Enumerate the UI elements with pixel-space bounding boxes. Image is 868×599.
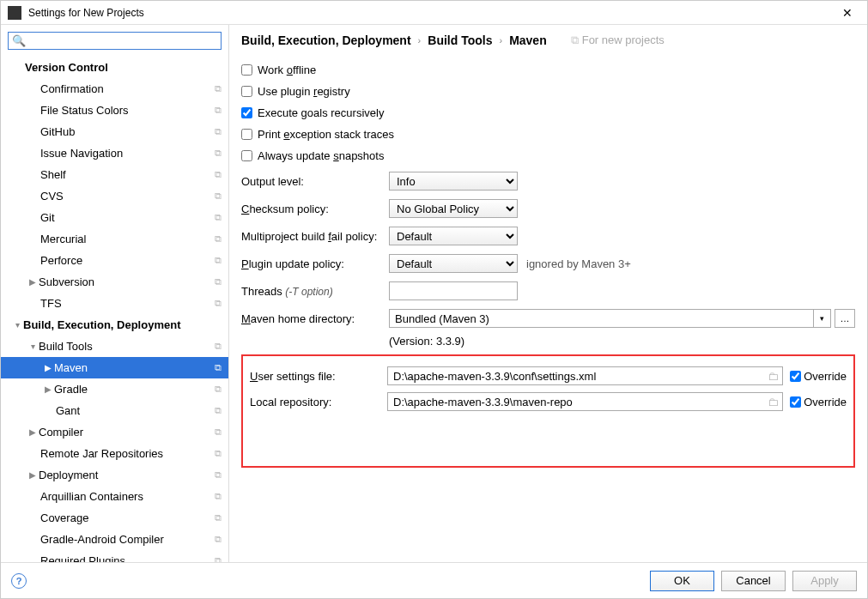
check-plugin-registry-row: Use plugin registry [241,81,855,102]
check-override-local-repo[interactable] [790,396,801,408]
tree-issue-navigation[interactable]: Issue Navigation⧉ [1,142,228,164]
tree-build-execution-deployment[interactable]: ▾Build, Execution, Deployment [1,314,228,336]
label-multiproject: Multiproject build fail policy: [241,230,389,243]
label-user-settings: User settings file: [250,370,387,383]
check-override-user-settings[interactable] [790,371,801,382]
label-checksum-policy: Checksum policy: [241,203,389,215]
chevron-right-icon: ▶ [42,363,54,372]
select-multiproject[interactable]: Default [389,227,518,245]
check-plugin-registry[interactable] [241,86,252,97]
tree-build-tools[interactable]: ▾Build Tools⧉ [1,336,228,357]
folder-icon[interactable]: 🗀 [768,370,779,383]
tree-deployment[interactable]: ▶Deployment⧉ [1,464,228,486]
select-checksum-policy[interactable]: No Global Policy [389,199,518,218]
tree-github[interactable]: GitHub⧉ [1,121,228,142]
tree-remote-jar[interactable]: Remote Jar Repositories⧉ [1,443,228,464]
label-plugin-registry: Use plugin registry [258,85,350,98]
copy-icon: ⧉ [215,448,222,459]
check-work-offline-row: Work offline [241,59,855,81]
crumb-maven: Maven [509,33,547,47]
tree-gradle[interactable]: ▶Gradle⧉ [1,378,228,400]
search-input[interactable] [29,34,217,47]
tree-coverage[interactable]: Coverage⧉ [1,507,228,529]
row-multiproject: Multiproject build fail policy: Default [241,223,855,249]
apply-button[interactable]: Apply [792,571,857,591]
check-override-local-repo-label: Override [790,396,847,408]
check-always-update-row: Always update snapshots [241,145,855,166]
check-print-exception[interactable] [241,129,252,140]
tree-compiler[interactable]: ▶Compiler⧉ [1,421,228,443]
select-plugin-update[interactable]: Default [389,254,518,273]
content: 🔍 Version Control Confirmation⧉ File Sta… [1,25,867,562]
tree-arquillian[interactable]: Arquillian Containers⧉ [1,486,228,507]
input-threads[interactable] [389,281,518,300]
ok-button[interactable]: OK [650,571,714,591]
label-maven-home: Maven home directory: [241,312,389,325]
search-icon: 🔍 [12,34,26,47]
select-output-level[interactable]: Info [389,172,518,191]
label-print-exception: Print exception stack traces [258,128,394,141]
for-new-projects-hint: ⧉For new projects [571,33,665,47]
chevron-down-icon[interactable]: ▾ [814,309,831,328]
label-work-offline: Work offline [258,64,316,76]
search-wrap: 🔍 [1,25,228,57]
copy-icon: ⧉ [215,126,222,137]
chevron-right-icon: ▶ [42,384,54,394]
folder-icon[interactable]: 🗀 [768,396,779,408]
app-icon [8,6,21,20]
check-work-offline[interactable] [241,64,252,76]
chevron-down-icon: ▾ [27,342,39,351]
chevron-right-icon: ▶ [27,277,39,287]
label-always-update: Always update snapshots [258,149,384,162]
tree-gradle-android[interactable]: Gradle-Android Compiler⧉ [1,529,228,550]
copy-icon: ⧉ [215,169,222,180]
copy-icon: ⧉ [215,255,222,266]
combo-maven-home[interactable]: Bundled (Maven 3) [389,309,814,328]
copy-icon: ⧉ [215,555,222,562]
copy-icon: ⧉ [215,212,222,223]
tree-git[interactable]: Git⧉ [1,207,228,228]
window-title: Settings for New Projects [28,7,835,19]
tree-confirmation[interactable]: Confirmation⧉ [1,78,228,100]
copy-icon: ⧉ [215,384,222,395]
chevron-right-icon: › [499,35,502,45]
check-print-exception-row: Print exception stack traces [241,124,855,145]
tree-version-control[interactable]: Version Control [1,57,228,78]
chevron-right-icon: › [418,35,422,45]
check-execute-goals[interactable] [241,107,252,118]
input-user-settings[interactable]: D:\apache-maven-3.3.9\conf\settings.xml … [387,366,783,385]
tree-subversion[interactable]: ▶Subversion⧉ [1,271,228,293]
help-icon[interactable]: ? [11,573,27,589]
tree-file-status-colors[interactable]: File Status Colors⧉ [1,100,228,121]
copy-icon: ⧉ [215,405,222,416]
copy-icon: ⧉ [215,191,222,202]
tree-mercurial[interactable]: Mercurial⧉ [1,228,228,250]
tree-gant[interactable]: Gant⧉ [1,400,228,421]
copy-icon: ⧉ [215,362,222,373]
cancel-button[interactable]: Cancel [721,571,786,591]
tree-cvs[interactable]: CVS⧉ [1,185,228,207]
input-local-repo[interactable]: D:\apache-maven-3.3.9\maven-repo 🗀 [387,392,783,411]
close-icon[interactable]: ✕ [835,6,860,20]
check-always-update[interactable] [241,150,252,161]
chevron-right-icon: ▶ [27,427,39,437]
search-box[interactable]: 🔍 [8,32,222,50]
row-maven-home: Maven home directory: Bundled (Maven 3) … [241,306,855,331]
chevron-right-icon: ▶ [27,470,39,480]
tree-shelf[interactable]: Shelf⧉ [1,164,228,185]
row-threads: Threads (-T option) [241,278,855,304]
row-checksum-policy: Checksum policy: No Global Policy [241,196,855,221]
row-local-repo: Local repository: D:\apache-maven-3.3.9\… [250,389,847,414]
tree-tfs[interactable]: TFS⧉ [1,293,228,314]
copy-icon: ⧉ [571,33,579,46]
copy-icon: ⧉ [215,469,222,481]
crumb-bed: Build, Execution, Deployment [241,33,411,47]
title-bar: Settings for New Projects ✕ [1,1,867,25]
browse-maven-home-button[interactable]: … [835,309,855,328]
tree-maven[interactable]: ▶Maven⧉ [1,357,228,378]
tree-required-plugins[interactable]: Required Plugins⧉ [1,550,228,562]
tree-perforce[interactable]: Perforce⧉ [1,250,228,271]
copy-icon: ⧉ [215,276,222,287]
crumb-build-tools: Build Tools [428,33,492,47]
maven-version: (Version: 3.3.9) [241,335,855,348]
